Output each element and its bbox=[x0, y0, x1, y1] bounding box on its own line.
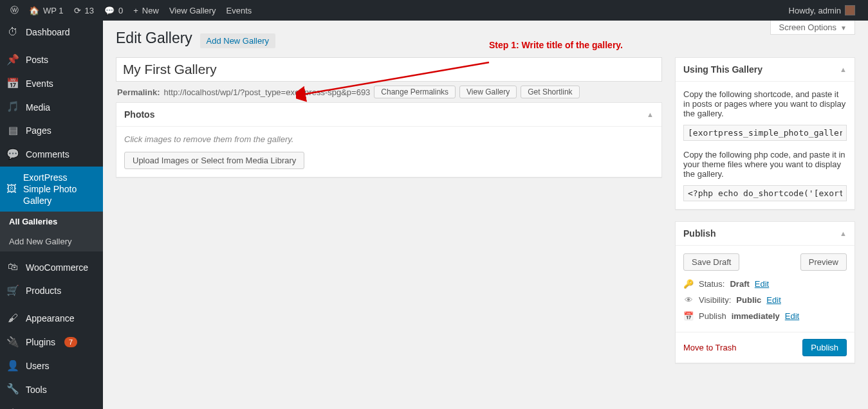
publish-label: Publish bbox=[699, 311, 726, 321]
triangle-up-icon[interactable]: ▲ bbox=[647, 111, 654, 118]
publish-header[interactable]: Publish ▲ bbox=[676, 222, 854, 246]
edit-schedule-link[interactable]: Edit bbox=[785, 311, 799, 321]
gallery-title-input[interactable] bbox=[116, 57, 662, 82]
gallery-icon: 🖼 bbox=[6, 183, 17, 196]
updates-count: 13 bbox=[85, 6, 94, 15]
sidebar-item-media[interactable]: 🎵Media bbox=[0, 95, 103, 119]
change-permalinks-button[interactable]: Change Permalinks bbox=[374, 86, 456, 98]
media-icon: 🎵 bbox=[6, 100, 19, 114]
sidebar-item-events[interactable]: 📅Events bbox=[0, 72, 103, 96]
sidebar-item-pages[interactable]: ▤Pages bbox=[0, 119, 103, 143]
comment-icon: 💬 bbox=[6, 148, 19, 161]
screen-options-label: Screen Options bbox=[779, 23, 836, 32]
view-gallery-button[interactable]: View Gallery bbox=[459, 86, 517, 98]
move-to-trash-link[interactable]: Move to Trash bbox=[683, 343, 736, 352]
photos-box-title: Photos bbox=[124, 109, 154, 120]
sidebar-item-plugins[interactable]: 🔌Plugins7 bbox=[0, 331, 103, 354]
edit-status-link[interactable]: Edit bbox=[755, 279, 769, 289]
sidebar-item-dashboard[interactable]: ⏱Dashboard bbox=[0, 21, 103, 44]
annotation-step1: Step 1: Write title of the gallery. bbox=[489, 40, 623, 50]
photos-box-header[interactable]: Photos ▲ bbox=[116, 103, 661, 127]
phpcode-input[interactable] bbox=[683, 185, 847, 201]
page-icon: ▤ bbox=[6, 124, 19, 138]
phpcode-instructions: Copy the following php code, and paste i… bbox=[683, 150, 847, 179]
page-title: Edit Gallery bbox=[116, 30, 192, 47]
woo-icon: 🛍 bbox=[6, 260, 19, 274]
view-gallery-link[interactable]: View Gallery bbox=[164, 0, 221, 21]
chevron-down-icon: ▼ bbox=[840, 24, 847, 32]
submenu-add-new[interactable]: Add New Gallery bbox=[0, 232, 103, 251]
schedule-row: 📅 Publish immediately Edit bbox=[683, 308, 847, 324]
shortcode-input[interactable] bbox=[683, 125, 847, 141]
key-icon: 🔑 bbox=[683, 279, 694, 289]
triangle-up-icon[interactable]: ▲ bbox=[840, 230, 847, 237]
sidebar-item-woocommerce[interactable]: 🛍WooCommerce bbox=[0, 255, 103, 279]
visibility-row: 👁 Visibility: Public Edit bbox=[683, 292, 847, 308]
sidebar-item-posts[interactable]: 📌Posts bbox=[0, 48, 103, 72]
main-content: Screen Options▼ Edit Gallery Add New Gal… bbox=[103, 21, 868, 401]
get-shortlink-button[interactable]: Get Shortlink bbox=[521, 86, 579, 98]
new-label: New bbox=[142, 6, 159, 15]
sidebar-item-users[interactable]: 👤Users bbox=[0, 354, 103, 378]
comment-icon: 💬 bbox=[104, 6, 115, 15]
label: ExortPress Simple Photo Gallery bbox=[23, 172, 97, 207]
label: Comments bbox=[26, 149, 69, 160]
sidebar-item-appearance[interactable]: 🖌Appearance bbox=[0, 307, 103, 331]
eye-icon: 👁 bbox=[683, 295, 694, 305]
howdy-text: Howdy, admin bbox=[789, 6, 841, 15]
admin-bar: ⓦ 🏠WP 1 ⟳13 💬0 +New View Gallery Events … bbox=[0, 0, 868, 21]
howdy-link[interactable]: Howdy, admin bbox=[784, 0, 860, 21]
cart-icon: 🛒 bbox=[6, 284, 19, 298]
plus-icon: + bbox=[133, 6, 138, 15]
site-link[interactable]: 🏠WP 1 bbox=[24, 0, 69, 21]
submenu-all-galleries[interactable]: All Galleries bbox=[0, 212, 103, 232]
sidebar-submenu: All Galleries Add New Gallery bbox=[0, 212, 103, 251]
add-new-gallery-button[interactable]: Add New Gallery bbox=[200, 33, 276, 48]
sidebar-item-tools[interactable]: 🔧Tools bbox=[0, 377, 103, 401]
publish-value: immediately bbox=[732, 311, 780, 321]
wp-logo[interactable]: ⓦ bbox=[5, 0, 24, 21]
publish-button[interactable]: Publish bbox=[802, 339, 847, 356]
permalink-row: Permalink: http://localhost/wp/1/?post_t… bbox=[116, 82, 662, 102]
visibility-label: Visibility: bbox=[699, 295, 731, 305]
comments-link[interactable]: 💬0 bbox=[99, 0, 128, 21]
publish-title: Publish bbox=[683, 228, 716, 239]
events-link[interactable]: Events bbox=[221, 0, 257, 21]
plugins-badge: 7 bbox=[64, 337, 77, 347]
upload-images-button[interactable]: Upload Images or Select from Media Libra… bbox=[124, 152, 304, 169]
using-gallery-box: Using This Gallery ▲ Copy the following … bbox=[675, 57, 855, 210]
calendar-icon: 📅 bbox=[6, 77, 19, 91]
edit-visibility-link[interactable]: Edit bbox=[766, 295, 780, 305]
using-gallery-header[interactable]: Using This Gallery ▲ bbox=[676, 58, 854, 82]
label: Appearance bbox=[26, 313, 75, 324]
sidebar-item-products[interactable]: 🛒Products bbox=[0, 279, 103, 303]
plug-icon: 🔌 bbox=[6, 336, 19, 349]
label: WooCommerce bbox=[26, 262, 88, 273]
triangle-up-icon[interactable]: ▲ bbox=[840, 66, 847, 73]
label: Posts bbox=[26, 54, 48, 66]
site-name: WP 1 bbox=[43, 6, 64, 15]
dashboard-icon: ⏱ bbox=[6, 26, 19, 39]
screen-options-toggle[interactable]: Screen Options▼ bbox=[770, 21, 855, 35]
photos-box: Photos ▲ Click images to remove them fro… bbox=[116, 102, 662, 177]
save-draft-button[interactable]: Save Draft bbox=[683, 253, 739, 271]
using-gallery-title: Using This Gallery bbox=[683, 64, 762, 75]
wrench-icon: 🔧 bbox=[6, 383, 19, 396]
user-icon: 👤 bbox=[6, 359, 19, 373]
status-label: Status: bbox=[699, 279, 725, 289]
label: Plugins bbox=[26, 336, 55, 348]
permalink-url: http://localhost/wp/1/?post_type=exortpr… bbox=[163, 87, 370, 97]
label: Dashboard bbox=[26, 26, 70, 38]
calendar-icon: 📅 bbox=[683, 311, 694, 321]
sidebar-item-comments[interactable]: 💬Comments bbox=[0, 143, 103, 167]
home-icon: 🏠 bbox=[29, 6, 39, 15]
updates-link[interactable]: ⟳13 bbox=[69, 0, 99, 21]
shortcode-instructions: Copy the following shortcode, and paste … bbox=[683, 89, 847, 118]
visibility-value: Public bbox=[736, 295, 761, 305]
wordpress-icon: ⓦ bbox=[10, 5, 19, 16]
admin-sidebar: ⏱Dashboard 📌Posts 📅Events 🎵Media ▤Pages … bbox=[0, 21, 103, 401]
new-link[interactable]: +New bbox=[128, 0, 164, 21]
preview-button[interactable]: Preview bbox=[800, 253, 847, 271]
sidebar-item-exortpress[interactable]: 🖼ExortPress Simple Photo Gallery bbox=[0, 167, 103, 212]
publish-box: Publish ▲ Save Draft Preview 🔑 Status: D… bbox=[675, 221, 855, 363]
